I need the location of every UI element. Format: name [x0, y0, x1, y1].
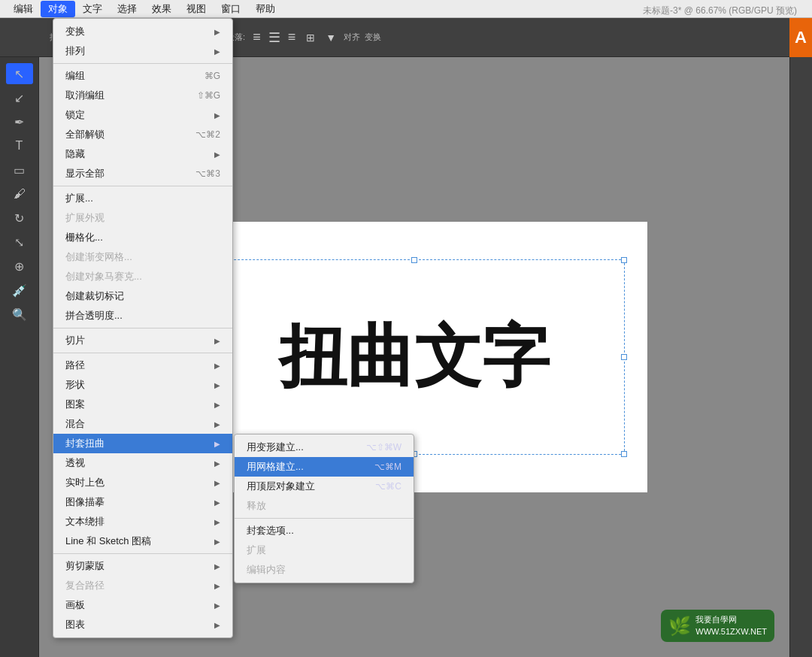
handle-bottom-right[interactable]: [621, 451, 627, 457]
menu-item-show-all[interactable]: 显示全部 ⌥⌘3: [53, 164, 232, 183]
menubar-item-help[interactable]: 帮助: [248, 1, 283, 17]
submenu-item-expand-label: 扩展: [247, 543, 266, 557]
submenu-item-mesh[interactable]: 用网格建立... ⌥⌘M: [235, 457, 414, 477]
submenu-item-top-object[interactable]: 用顶层对象建立 ⌥⌘C: [235, 477, 414, 496]
menubar-item-object[interactable]: 对象: [41, 1, 75, 17]
menu-item-graph[interactable]: 图表 ▶: [53, 615, 232, 634]
tool-select[interactable]: ↖: [6, 63, 33, 84]
menu-item-live-paint-arrow: ▶: [214, 479, 220, 487]
corner-a-button[interactable]: A: [789, 18, 812, 57]
submenu-item-warp-label: 用变形建立...: [247, 441, 304, 454]
menubar-item-view[interactable]: 视图: [179, 1, 214, 17]
menu-item-ungroup-shortcut: ⇧⌘G: [197, 90, 220, 101]
menu-item-compound-path-arrow: ▶: [214, 582, 220, 590]
menu-item-shape-arrow: ▶: [214, 381, 220, 389]
menu-item-shape[interactable]: 形状 ▶: [53, 375, 232, 395]
menu-item-hide[interactable]: 隐藏 ▶: [53, 144, 232, 164]
submenu-item-options-label: 封套选项...: [247, 524, 294, 537]
menu-item-arrange[interactable]: 排列 ▶: [53, 41, 232, 61]
submenu-item-options[interactable]: 封套选项...: [235, 521, 414, 540]
handle-top-center[interactable]: [411, 257, 417, 263]
menu-item-slice[interactable]: 切片 ▶: [53, 331, 232, 350]
separator-5: [53, 553, 232, 554]
separator-1: [53, 63, 232, 64]
align-left-icon[interactable]: ≡: [250, 28, 264, 47]
tool-scale[interactable]: ⤡: [6, 232, 33, 253]
menubar-item-window[interactable]: 窗口: [214, 1, 248, 17]
submenu-item-release[interactable]: 释放: [235, 496, 414, 516]
transform-label: 变换: [365, 32, 381, 43]
menu-item-show-all-label: 显示全部: [65, 167, 195, 180]
menu-item-flatten-transparency-label: 拼合透明度...: [65, 309, 220, 322]
menu-item-line-sketch[interactable]: Line 和 Sketch 图稿 ▶: [53, 531, 232, 551]
grid-icon[interactable]: ⊞: [303, 30, 318, 45]
menu-item-text-wrap[interactable]: 文本绕排 ▶: [53, 512, 232, 531]
watermark-line1: 我要自學网: [695, 614, 767, 625]
menu-item-line-sketch-arrow: ▶: [214, 537, 220, 546]
tool-type[interactable]: T: [6, 135, 33, 156]
menu-item-artboard[interactable]: 画板 ▶: [53, 595, 232, 615]
menu-item-gradient-mesh[interactable]: 创建渐变网格...: [53, 247, 232, 267]
menubar-item-select[interactable]: 选择: [110, 1, 144, 17]
menu-item-clipping-mask[interactable]: 剪切蒙版 ▶: [53, 556, 232, 576]
tool-pen[interactable]: ✒: [6, 111, 33, 132]
menu-item-group[interactable]: 编组 ⌘G: [53, 66, 232, 86]
tool-shape[interactable]: ▭: [6, 159, 33, 180]
menu-item-blend[interactable]: 混合 ▶: [53, 414, 232, 434]
title-bar: 未标题-3* @ 66.67% (RGB/GPU 预览): [643, 5, 797, 17]
submenu-item-warp-shortcut: ⌥⇧⌘W: [366, 442, 401, 453]
separator-4: [53, 353, 232, 353]
tool-rotate[interactable]: ↻: [6, 207, 33, 229]
menu-item-envelope-distort[interactable]: 封套扭曲 ▶ 用变形建立... ⌥⇧⌘W 用网格建立... ⌥⌘M 用顶层对象建…: [53, 434, 232, 453]
menu-item-compound-path[interactable]: 复合路径 ▶: [53, 576, 232, 595]
menu-item-unlock-all[interactable]: 全部解锁 ⌥⌘2: [53, 125, 232, 144]
menu-item-ungroup[interactable]: 取消编组 ⇧⌘G: [53, 86, 232, 105]
submenu-item-expand[interactable]: 扩展: [235, 540, 414, 560]
menu-item-graph-arrow: ▶: [214, 621, 220, 629]
watermark-line2: WWW.51ZXW.NET: [695, 626, 767, 637]
menu-item-expand[interactable]: 扩展...: [53, 189, 232, 208]
menu-item-expand-label: 扩展...: [65, 192, 220, 205]
menu-item-perspective[interactable]: 透视 ▶: [53, 453, 232, 473]
menubar-item-effect[interactable]: 效果: [144, 1, 179, 17]
menu-item-clipping-mask-label: 剪切蒙版: [65, 559, 214, 573]
menu-item-pattern[interactable]: 图案 ▶: [53, 395, 232, 414]
handle-middle-right[interactable]: [621, 354, 627, 360]
menu-item-group-label: 编组: [65, 69, 205, 83]
submenu-item-warp[interactable]: 用变形建立... ⌥⇧⌘W: [235, 437, 414, 457]
menu-item-crop-marks[interactable]: 创建裁切标记: [53, 286, 232, 306]
menu-item-line-sketch-label: Line 和 Sketch 图稿: [65, 534, 214, 548]
submenu-item-edit-contents[interactable]: 编辑内容: [235, 560, 414, 580]
tool-eyedropper[interactable]: 💉: [6, 280, 33, 301]
tool-brush[interactable]: 🖌: [6, 183, 33, 204]
menu-item-mosaic-label: 创建对象马赛克...: [65, 270, 220, 283]
menubar-item-edit[interactable]: 编辑: [6, 1, 41, 17]
menu-item-image-trace[interactable]: 图像描摹 ▶: [53, 492, 232, 512]
tool-direct-select[interactable]: ↙: [6, 87, 33, 108]
menu-item-text-wrap-arrow: ▶: [214, 518, 220, 526]
menu-item-mosaic[interactable]: 创建对象马赛克...: [53, 267, 232, 286]
menu-item-slice-arrow: ▶: [214, 337, 220, 345]
menu-item-artboard-arrow: ▶: [214, 601, 220, 610]
menu-item-expand-appearance[interactable]: 扩展外观: [53, 208, 232, 228]
menu-item-blend-arrow: ▶: [214, 420, 220, 428]
menu-item-hide-label: 隐藏: [65, 147, 214, 161]
menu-item-flatten-transparency[interactable]: 拼合透明度...: [53, 306, 232, 325]
menu-item-path[interactable]: 路径 ▶: [53, 356, 232, 375]
menu-item-lock[interactable]: 锁定 ▶: [53, 105, 232, 125]
tool-blend[interactable]: ⊕: [6, 256, 33, 277]
menu-item-transform[interactable]: 变换 ▶: [53, 22, 232, 41]
menu-item-pattern-arrow: ▶: [214, 401, 220, 409]
align-label: 对齐: [344, 32, 360, 43]
align-right-icon[interactable]: ≡: [285, 28, 299, 47]
menu-item-rasterize[interactable]: 栅格化...: [53, 228, 232, 247]
tool-zoom[interactable]: 🔍: [6, 304, 33, 325]
menu-item-live-paint[interactable]: 实时上色 ▶: [53, 473, 232, 492]
menu-item-gradient-mesh-label: 创建渐变网格...: [65, 250, 220, 264]
align-center-icon[interactable]: ☰: [265, 28, 283, 47]
menu-item-perspective-label: 透视: [65, 456, 214, 470]
handle-top-right[interactable]: [621, 257, 627, 263]
menubar-item-text[interactable]: 文字: [75, 1, 110, 17]
menu-item-hide-arrow: ▶: [214, 150, 220, 159]
dropdown-arrow-icon[interactable]: ▼: [323, 30, 339, 45]
